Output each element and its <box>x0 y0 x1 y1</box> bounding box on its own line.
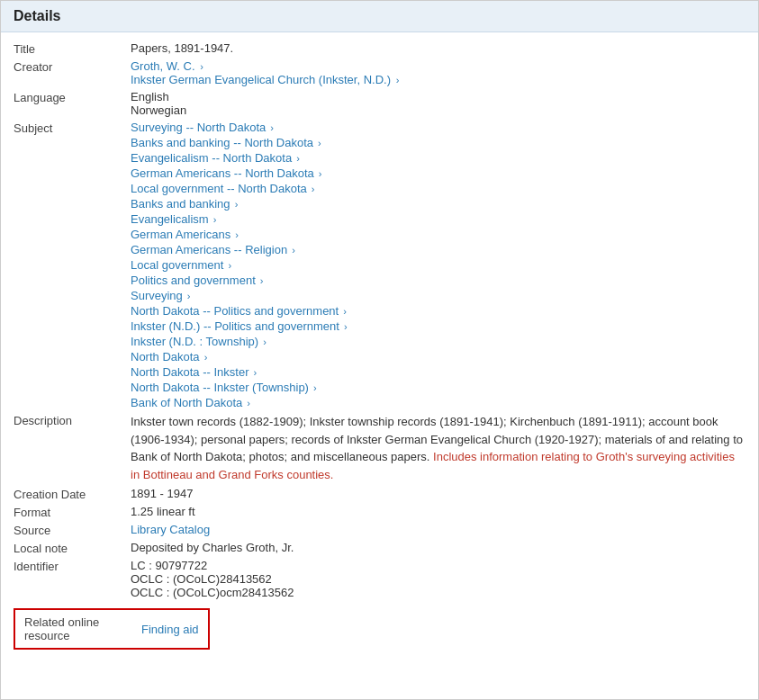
subject-link[interactable]: Evangelicalism › <box>131 212 216 226</box>
chevron-icon: › <box>200 61 203 72</box>
subject-label: Subject <box>14 121 131 135</box>
subject-item: North Dakota -- Politics and government … <box>131 304 745 318</box>
subject-item: Banks and banking -- North Dakota › <box>131 136 745 149</box>
chevron-icon: › <box>185 291 191 301</box>
description-label: Description <box>14 413 131 427</box>
description-row: Description Inkster town records (1882-1… <box>14 413 745 483</box>
subject-link[interactable]: Bank of North Dakota › <box>131 396 250 409</box>
chevron-icon: › <box>340 306 347 317</box>
subject-item: Local government -- North Dakota › <box>131 182 745 195</box>
subject-item: Evangelicalism -- North Dakota › <box>131 151 745 165</box>
chevron-icon: › <box>311 382 317 393</box>
subject-link[interactable]: Local government › <box>131 258 231 272</box>
creator-value: Groth, W. C. › Inkster German Evangelica… <box>131 59 745 86</box>
creator-label: Creator <box>14 59 131 74</box>
subject-item: Bank of North Dakota › <box>131 396 745 409</box>
language-row: Language English Norwegian <box>14 90 745 117</box>
creation-date-label: Creation Date <box>14 487 131 501</box>
format-label: Format <box>14 505 131 519</box>
chevron-icon: › <box>232 229 239 240</box>
chevron-icon: › <box>267 122 274 133</box>
subject-item: Banks and banking › <box>131 197 745 211</box>
local-note-label: Local note <box>14 541 131 555</box>
identifier-label: Identifier <box>14 559 131 573</box>
subject-item: Surveying › <box>131 289 745 302</box>
chevron-icon: › <box>225 260 231 271</box>
subject-link[interactable]: North Dakota › <box>131 350 207 363</box>
subject-list: Surveying -- North Dakota ›Banks and ban… <box>131 121 745 409</box>
source-row: Source Library Catalog <box>14 523 745 537</box>
subject-link[interactable]: Evangelicalism -- North Dakota › <box>131 151 300 165</box>
description-value: Inkster town records (1882-1909); Inkste… <box>131 413 745 483</box>
creator-1-link[interactable]: Groth, W. C. › <box>131 59 203 73</box>
chevron-icon: › <box>260 337 267 347</box>
subject-link[interactable]: North Dakota -- Inkster (Township) › <box>131 381 317 394</box>
identifier-value: LC : 90797722 OCLC : (OCoLC)28413562 OCL… <box>131 559 745 599</box>
identifier-3: OCLC : (OCoLC)ocm28413562 <box>131 586 745 599</box>
subject-link[interactable]: Surveying › <box>131 289 191 302</box>
language-1: English <box>131 90 745 103</box>
subject-link[interactable]: Inkster (N.D. : Township) › <box>131 335 267 348</box>
local-note-row: Local note Deposited by Charles Groth, J… <box>14 541 745 555</box>
source-label: Source <box>14 523 131 537</box>
chevron-icon: › <box>396 75 400 85</box>
source-link[interactable]: Library Catalog <box>131 523 210 536</box>
subject-link[interactable]: German Americans -- Religion › <box>131 243 295 256</box>
subject-item: North Dakota -- Inkster (Township) › <box>131 381 745 394</box>
creator-row: Creator Groth, W. C. › Inkster German Ev… <box>14 59 745 86</box>
title-label: Title <box>14 41 131 56</box>
identifier-row: Identifier LC : 90797722 OCLC : (OCoLC)2… <box>14 559 745 599</box>
identifier-1: LC : 90797722 <box>131 559 745 572</box>
chevron-icon: › <box>244 398 250 408</box>
related-row: Related online resource Finding aid <box>14 608 210 650</box>
related-label: Related online resource <box>24 615 141 642</box>
subject-item: Inkster (N.D.) -- Politics and governmen… <box>131 319 745 333</box>
local-note-value: Deposited by Charles Groth, Jr. <box>131 541 745 554</box>
subject-row: Subject Surveying -- North Dakota ›Banks… <box>14 121 745 409</box>
chevron-icon: › <box>315 138 321 148</box>
subject-item: North Dakota -- Inkster › <box>131 365 745 379</box>
finding-aid-link[interactable]: Finding aid <box>141 623 199 636</box>
subject-item: German Americans -- North Dakota › <box>131 166 745 180</box>
chevron-icon: › <box>341 321 348 332</box>
chevron-icon: › <box>202 352 208 363</box>
subject-item: Politics and government › <box>131 274 745 287</box>
chevron-icon: › <box>289 245 295 256</box>
language-2: Norwegian <box>131 103 745 117</box>
title-value: Papers, 1891-1947. <box>131 41 745 55</box>
subject-link[interactable]: German Americans -- North Dakota › <box>131 166 321 180</box>
title-row: Title Papers, 1891-1947. <box>14 41 745 56</box>
chevron-icon: › <box>251 367 258 378</box>
identifier-2: OCLC : (OCoLC)28413562 <box>131 572 745 586</box>
creator-1: Groth, W. C. › <box>131 59 745 73</box>
subject-item: Inkster (N.D. : Township) › <box>131 335 745 348</box>
subject-link[interactable]: Surveying -- North Dakota › <box>131 121 274 134</box>
language-value: English Norwegian <box>131 90 745 117</box>
subject-item: German Americans -- Religion › <box>131 243 745 256</box>
chevron-icon: › <box>316 168 322 179</box>
format-row: Format 1.25 linear ft <box>14 505 745 519</box>
creator-2-link[interactable]: Inkster German Evangelical Church (Inkst… <box>131 73 399 86</box>
subject-item: Evangelicalism › <box>131 212 745 226</box>
subject-item: Local government › <box>131 258 745 272</box>
subject-item: Surveying -- North Dakota › <box>131 121 745 134</box>
subject-link[interactable]: North Dakota -- Politics and government … <box>131 304 347 318</box>
creator-2: Inkster German Evangelical Church (Inkst… <box>131 73 745 86</box>
chevron-icon: › <box>232 199 239 210</box>
chevron-icon: › <box>211 214 217 225</box>
source-value: Library Catalog <box>131 523 745 536</box>
subject-link[interactable]: Inkster (N.D.) -- Politics and governmen… <box>131 319 348 333</box>
format-value: 1.25 linear ft <box>131 505 745 518</box>
section-header: Details <box>1 1 758 32</box>
subject-link[interactable]: Banks and banking -- North Dakota › <box>131 136 321 149</box>
subject-link[interactable]: Local government -- North Dakota › <box>131 182 315 195</box>
subject-link[interactable]: North Dakota -- Inkster › <box>131 365 257 379</box>
chevron-icon: › <box>309 184 315 194</box>
language-label: Language <box>14 90 131 104</box>
subject-link[interactable]: Politics and government › <box>131 274 263 287</box>
creation-date-row: Creation Date 1891 - 1947 <box>14 487 745 501</box>
subject-item: German Americans › <box>131 228 745 241</box>
subject-link[interactable]: German Americans › <box>131 228 239 241</box>
subject-link[interactable]: Banks and banking › <box>131 197 238 211</box>
creation-date-value: 1891 - 1947 <box>131 487 745 500</box>
